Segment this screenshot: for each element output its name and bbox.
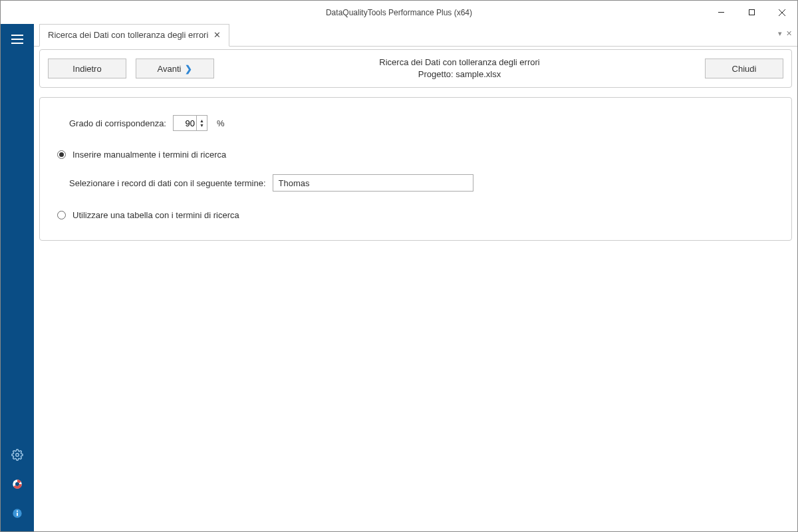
info-icon[interactable] [9,505,26,522]
search-term-row: Selezionare i record di dati con il segu… [57,174,774,192]
hamburger-icon[interactable] [9,31,26,48]
svg-rect-12 [17,513,18,516]
sidebar [1,24,34,531]
svg-rect-1 [749,10,754,15]
spinner-arrows[interactable]: ▲ ▼ [196,116,207,130]
minimize-button[interactable] [706,1,736,24]
match-degree-label: Grado di corrispondenza: [69,118,166,128]
match-degree-row: Grado di corrispondenza: ▲ ▼ % [57,115,774,131]
chevron-up-icon[interactable]: ▲ [200,118,204,123]
close-button[interactable]: Chiudi [705,59,783,78]
forward-button-label: Avanti [158,64,182,74]
tab-strip: Ricerca dei Dati con tolleranza degli er… [34,24,797,47]
search-term-input[interactable] [273,174,473,192]
forward-button[interactable]: Avanti ❯ [136,59,214,78]
back-button-label: Indietro [72,64,101,74]
wizard-heading: Ricerca dei Dati con tolleranza degli er… [223,57,696,68]
wizard-project-line: Progetto: sample.xlsx [223,68,696,80]
gear-icon[interactable] [9,446,26,464]
window-title: DataQualityTools Performance Plus (x64) [1,8,797,17]
chevron-down-icon[interactable]: ▼ [200,123,204,128]
tab-label: Ricerca dei Dati con tolleranza degli er… [48,30,208,40]
dropdown-icon[interactable]: ▾ [778,29,782,38]
window-close-button[interactable] [767,1,797,24]
close-icon[interactable]: ✕ [213,30,221,40]
radio-manual-label: Inserire manualmente i termini di ricerc… [72,150,226,160]
titlebar: DataQualityTools Performance Plus (x64) [1,1,797,24]
percent-label: % [217,118,225,128]
form-panel: Grado di corrispondenza: ▲ ▼ % Inserire … [39,97,792,241]
radio-table-row: Utilizzare una tabella con i termini di … [57,210,774,220]
lifebuoy-icon[interactable] [9,475,26,493]
radio-table-label: Utilizzare una tabella con i termini di … [72,210,239,220]
wizard-title-block: Ricerca dei Dati con tolleranza degli er… [223,57,696,80]
close-panel-icon[interactable]: ✕ [786,29,792,38]
match-degree-input[interactable] [174,118,196,128]
maximize-button[interactable] [736,1,767,24]
window-controls [706,1,797,24]
tab-active[interactable]: Ricerca dei Dati con tolleranza degli er… [39,24,229,47]
svg-point-9 [15,482,19,486]
back-button[interactable]: Indietro [48,59,126,78]
wizard-header: Indietro Avanti ❯ Ricerca dei Dati con t… [39,49,792,88]
radio-manual[interactable] [57,150,66,159]
radio-manual-row: Inserire manualmente i termini di ricerc… [57,150,774,160]
search-term-label: Selezionare i record di dati con il segu… [69,178,266,188]
close-button-label: Chiudi [732,64,757,74]
match-degree-spinner[interactable]: ▲ ▼ [173,115,207,131]
radio-table[interactable] [57,211,66,219]
content-area: Ricerca dei Dati con tolleranza degli er… [34,24,797,531]
svg-point-11 [17,511,18,512]
chevron-right-icon: ❯ [185,64,192,74]
tab-panel-controls: ▾ ✕ [778,29,792,38]
svg-point-7 [16,454,19,457]
